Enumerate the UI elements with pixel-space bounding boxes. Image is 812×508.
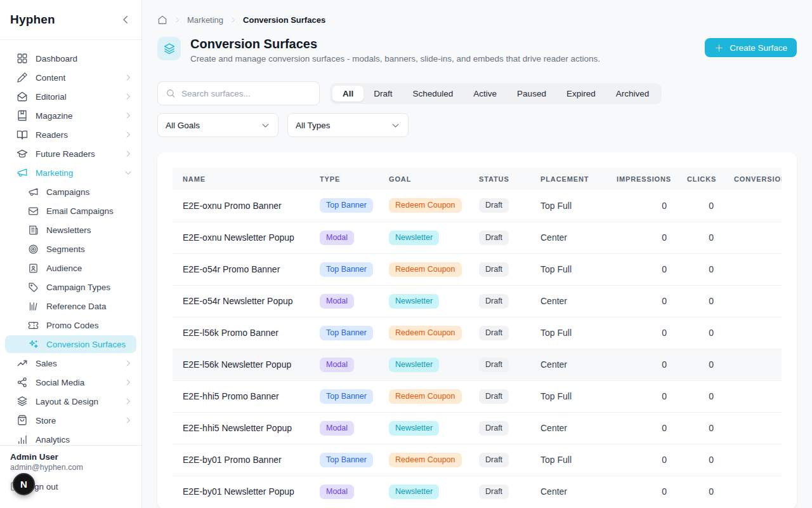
surface-status-cell: Draft — [469, 444, 530, 476]
surface-name: E2E-oxnu Promo Banner — [173, 190, 310, 222]
sidebar-item-label: Future Readers — [36, 149, 95, 159]
chevron-left-icon — [120, 14, 131, 25]
surface-name: E2E-l56k Promo Banner — [173, 317, 310, 349]
type-badge: Top Banner — [320, 262, 373, 277]
home-icon[interactable] — [157, 15, 167, 25]
envelope-icon — [28, 206, 39, 217]
sidebar-item-future-readers[interactable]: Future Readers — [0, 144, 141, 163]
surface-placement: Top Full — [530, 253, 606, 285]
surface-goal-cell: Newsletter — [379, 412, 469, 444]
sidebar-item-campaigns[interactable]: Campaigns — [0, 182, 141, 201]
surface-goal-cell: Newsletter — [379, 476, 469, 507]
sidebar-item-reference-data[interactable]: Reference Data — [0, 297, 141, 316]
table-row[interactable]: E2E-hhi5 Newsletter PopupModalNewsletter… — [173, 412, 782, 444]
sidebar-item-audience[interactable]: Audience — [0, 258, 141, 277]
tab-scheduled[interactable]: Scheduled — [403, 86, 464, 102]
type-badge: Top Banner — [320, 198, 373, 213]
status-badge: Draft — [479, 326, 509, 340]
sidebar-item-campaign-types[interactable]: Campaign Types — [0, 277, 141, 297]
tab-paused[interactable]: Paused — [507, 86, 556, 102]
user-email: admin@hyphen.com — [10, 463, 131, 472]
surface-placement: Center — [530, 285, 606, 317]
surface-impressions: 0 — [606, 476, 677, 507]
app-logo: Hyphen — [10, 13, 55, 27]
sidebar-item-promo-codes[interactable]: Promo Codes — [0, 316, 141, 335]
sidebar-item-segments[interactable]: Segments — [0, 239, 141, 258]
surface-name: E2E-by01 Newsletter Popup — [173, 476, 310, 507]
search-input[interactable] — [181, 89, 311, 98]
surface-clicks: 0 — [677, 253, 724, 285]
tab-archived[interactable]: Archived — [606, 86, 660, 102]
surface-placement: Center — [530, 412, 606, 444]
nextjs-dev-badge[interactable]: N — [13, 473, 35, 495]
surface-impressions: 0 — [606, 349, 677, 380]
type-badge: Modal — [320, 421, 354, 436]
surface-type-cell: Modal — [310, 412, 379, 444]
surface-clicks: 0 — [677, 349, 724, 380]
status-badge: Draft — [479, 389, 509, 404]
tab-active[interactable]: Active — [463, 86, 507, 102]
table-row[interactable]: E2E-l56k Promo BannerTop BannerRedeem Co… — [173, 317, 782, 349]
surface-type-cell: Modal — [310, 349, 379, 380]
sidebar-item-readers[interactable]: Readers — [0, 125, 141, 144]
table-row[interactable]: E2E-by01 Newsletter PopupModalNewsletter… — [173, 476, 782, 507]
surface-impressions: 0 — [606, 317, 677, 349]
surface-impressions: 0 — [606, 444, 677, 476]
sidebar-footer: Admin User admin@hyphen.com Sign out N — [0, 445, 141, 508]
surface-status-cell: Draft — [469, 476, 530, 507]
chevron-down-icon — [124, 168, 133, 177]
sidebar-item-analytics[interactable]: Analytics — [0, 430, 141, 445]
table-row[interactable]: E2E-o54r Newsletter PopupModalNewsletter… — [173, 285, 782, 317]
surface-clicks: 0 — [677, 444, 724, 476]
sidebar-item-store[interactable]: Store — [0, 411, 141, 430]
sidebar-item-layout-design[interactable]: Layout & Design — [0, 392, 141, 411]
sidebar-item-magazine[interactable]: Magazine — [0, 106, 141, 125]
column-header-type: TYPE — [310, 168, 379, 190]
types-dropdown[interactable]: All Types — [287, 113, 409, 137]
sidebar-item-newsletters[interactable]: Newsletters — [0, 220, 141, 239]
sidebar-item-sales[interactable]: Sales — [0, 354, 141, 373]
table-row[interactable]: E2E-oxnu Promo BannerTop BannerRedeem Co… — [173, 190, 782, 222]
surface-type-cell: Modal — [310, 476, 379, 507]
status-badge: Draft — [479, 231, 509, 245]
goal-badge: Newsletter — [389, 358, 439, 372]
surface-placement: Top Full — [530, 190, 606, 222]
surface-goal-cell: Redeem Coupon — [379, 253, 469, 285]
surface-conversions — [724, 476, 782, 507]
sidebar-item-label: Email Campaigns — [46, 206, 114, 216]
table-row[interactable]: E2E-l56k Newsletter PopupModalNewsletter… — [173, 349, 782, 380]
goals-dropdown[interactable]: All Goals — [157, 113, 278, 137]
tab-all[interactable]: All — [332, 86, 363, 102]
sidebar-item-social-media[interactable]: Social Media — [0, 373, 141, 392]
trending-up-icon — [16, 358, 28, 369]
breadcrumb-marketing[interactable]: Marketing — [187, 15, 223, 25]
surface-conversions — [724, 317, 782, 349]
surfaces-table: NAMETYPEGOALSTATUSPLACEMENTIMPRESSIONSCL… — [173, 168, 782, 507]
sidebar-item-conversion-surfaces[interactable]: Conversion Surfaces — [5, 335, 136, 353]
type-badge: Modal — [320, 294, 354, 309]
sidebar-item-marketing[interactable]: Marketing — [0, 163, 141, 182]
surface-placement: Top Full — [530, 317, 606, 349]
surface-name: E2E-oxnu Newsletter Popup — [173, 222, 310, 253]
table-row[interactable]: E2E-hhi5 Promo BannerTop BannerRedeem Co… — [173, 380, 782, 412]
goal-badge: Redeem Coupon — [389, 453, 462, 467]
type-badge: Modal — [320, 231, 354, 245]
sidebar-item-label: Layout & Design — [36, 397, 98, 406]
tab-draft[interactable]: Draft — [363, 86, 402, 102]
sidebar-item-email-campaigns[interactable]: Email Campaigns — [0, 201, 141, 220]
table-row[interactable]: E2E-oxnu Newsletter PopupModalNewsletter… — [173, 222, 782, 253]
surface-name: E2E-o54r Promo Banner — [173, 253, 310, 285]
bar-chart-icon — [16, 434, 28, 445]
create-surface-button[interactable]: Create Surface — [705, 38, 797, 57]
sidebar-item-editorial[interactable]: Editorial — [0, 87, 141, 106]
table-row[interactable]: E2E-by01 Promo BannerTop BannerRedeem Co… — [173, 444, 782, 476]
sidebar-item-label: Segments — [46, 244, 85, 254]
sidebar-item-content[interactable]: Content — [0, 68, 141, 87]
tab-expired[interactable]: Expired — [556, 86, 606, 102]
surface-name: E2E-o54r Newsletter Popup — [173, 285, 310, 317]
surface-goal-cell: Redeem Coupon — [379, 190, 469, 222]
sidebar-collapse-button[interactable] — [120, 14, 131, 25]
page-icon-box — [157, 37, 181, 60]
table-row[interactable]: E2E-o54r Promo BannerTop BannerRedeem Co… — [173, 253, 782, 285]
sidebar-item-dashboard[interactable]: Dashboard — [0, 49, 141, 68]
